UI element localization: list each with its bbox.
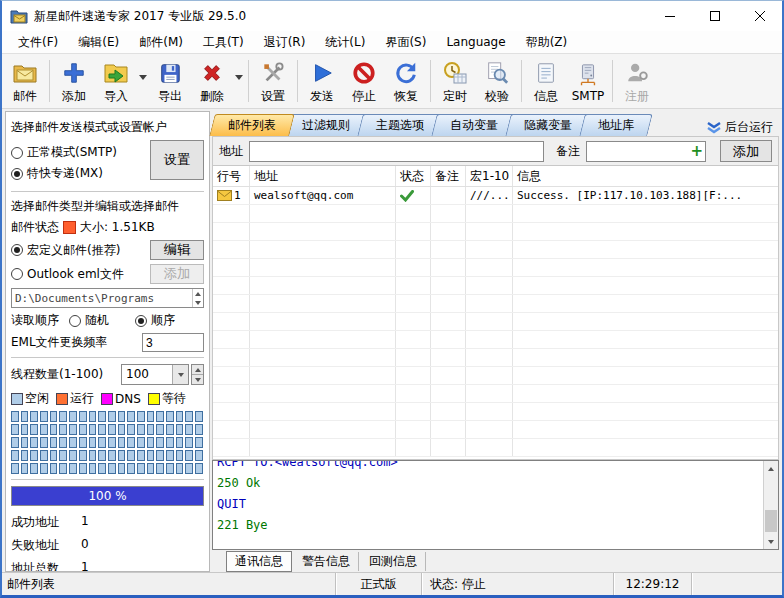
tab-auto-variables[interactable]: 自动变量: [434, 114, 514, 136]
eml-path-input[interactable]: [12, 292, 192, 305]
spinner-up[interactable]: [192, 365, 203, 375]
scroll-down-button[interactable]: [764, 534, 778, 549]
menu-tools[interactable]: 工具(T): [193, 31, 254, 54]
toolbar-resume-button[interactable]: 恢复: [385, 56, 427, 106]
toolbar-mail-button[interactable]: 邮件: [4, 56, 46, 106]
settings-button[interactable]: 设置: [150, 140, 204, 180]
toolbar-export-button[interactable]: 导出: [149, 56, 191, 106]
menu-edit[interactable]: 编辑(E): [68, 31, 129, 54]
radio-sequential[interactable]: [135, 315, 147, 327]
table-row[interactable]: [213, 385, 778, 403]
menu-statistics[interactable]: 统计(L): [315, 31, 375, 54]
add-address-button[interactable]: 添加: [720, 140, 772, 162]
toolbar-schedule-button[interactable]: 定时: [434, 56, 476, 106]
col-status[interactable]: 状态: [396, 166, 431, 186]
menu-unsubscribe[interactable]: 退订(R): [254, 31, 316, 54]
radio-macro-mail-row: 宏定义邮件(推荐) 编辑: [11, 240, 204, 260]
app-icon: [10, 8, 28, 24]
menu-file[interactable]: 文件(F): [8, 31, 68, 54]
col-macro[interactable]: 宏1-10: [466, 166, 513, 186]
toolbar-delete-button[interactable]: 删除: [191, 56, 233, 106]
thread-cell: [137, 411, 145, 422]
table-row[interactable]: [213, 349, 778, 367]
tab-subject-options[interactable]: 主题选项: [360, 114, 440, 136]
table-row[interactable]: [213, 205, 778, 223]
toolbar-smtp-button[interactable]: SMTP: [567, 56, 609, 106]
table-body: 1 wealsoft@qq.com ///... Success. [IP:11…: [213, 187, 778, 457]
scroll-track[interactable]: [764, 476, 778, 534]
table-row[interactable]: [213, 403, 778, 421]
thread-cell: [185, 463, 193, 474]
menu-language[interactable]: Language: [436, 32, 515, 52]
table-row[interactable]: [213, 367, 778, 385]
edit-button[interactable]: 编辑: [150, 240, 204, 260]
table-row[interactable]: [213, 331, 778, 349]
toolbar-import-button[interactable]: 导入: [95, 56, 137, 106]
table-row[interactable]: [213, 259, 778, 277]
toolbar-stop-button[interactable]: 停止: [343, 56, 385, 106]
radio-icon[interactable]: [11, 268, 23, 280]
mail-type-label: 选择邮件类型并编辑或选择邮件: [11, 198, 204, 215]
table-row[interactable]: [213, 223, 778, 241]
col-note[interactable]: 备注: [431, 166, 466, 186]
tab-filter-rules[interactable]: 过滤规则: [286, 114, 366, 136]
plus-icon[interactable]: +: [690, 142, 703, 161]
radio-smtp-mode[interactable]: 正常模式(SMTP): [11, 144, 150, 161]
failed-count-value: 0: [81, 537, 89, 554]
path-spinner[interactable]: [192, 289, 203, 307]
thread-cell: [185, 450, 193, 461]
toolbar-send-button[interactable]: 发送: [301, 56, 343, 106]
table-row[interactable]: [213, 295, 778, 313]
background-run-button[interactable]: 后台运行: [707, 119, 779, 136]
toolbar-verify-button[interactable]: 校验: [476, 56, 518, 106]
radio-mx-mode[interactable]: 特快专递(MX): [11, 165, 150, 182]
toolbar-add-button[interactable]: 添加: [53, 56, 95, 106]
thread-count-spinner[interactable]: [191, 364, 204, 385]
address-input[interactable]: [249, 141, 544, 162]
title-bar[interactable]: 新星邮件速递专家 2017 专业版 29.5.0: [2, 1, 782, 31]
thread-cell: [166, 411, 174, 422]
menu-mail[interactable]: 邮件(M): [129, 31, 193, 54]
table-row[interactable]: [213, 421, 778, 439]
thread-count-combo[interactable]: 100: [121, 364, 189, 385]
table-row[interactable]: [213, 241, 778, 259]
col-info[interactable]: 信息: [513, 166, 778, 186]
import-dropdown-arrow[interactable]: [137, 56, 149, 106]
radio-checked-icon: [11, 168, 23, 180]
col-row-number[interactable]: 行号: [213, 166, 250, 186]
tab-address-library[interactable]: 地址库: [582, 114, 650, 136]
tab-communication-info[interactable]: 通讯信息: [226, 551, 292, 572]
maximize-button[interactable]: [692, 1, 737, 31]
toolbar-register-button: 注册: [616, 56, 658, 106]
radio-checked-icon[interactable]: [11, 244, 23, 256]
status-bar: 邮件列表 正式版 状态: 停止 12:29:12: [2, 572, 782, 595]
delete-dropdown-arrow[interactable]: [233, 56, 245, 106]
toolbar-settings-button[interactable]: 设置: [252, 56, 294, 106]
thread-cell: [176, 463, 184, 474]
tab-mail-list[interactable]: 邮件列表: [212, 114, 292, 136]
scroll-up-button[interactable]: [764, 461, 778, 476]
scroll-thumb[interactable]: [765, 510, 777, 532]
spinner-down[interactable]: [192, 375, 203, 384]
combo-dropdown-button[interactable]: [172, 365, 188, 384]
tab-warning-info[interactable]: 警告信息: [294, 552, 359, 571]
table-row[interactable]: [213, 277, 778, 295]
log-scrollbar[interactable]: [763, 461, 778, 549]
eml-freq-input[interactable]: [142, 333, 204, 352]
tab-feedback-info[interactable]: 回测信息: [361, 552, 426, 571]
menu-help[interactable]: 帮助(Z): [516, 31, 578, 54]
note-input[interactable]: [586, 141, 706, 162]
tab-hidden-variables[interactable]: 隐藏变量: [508, 114, 588, 136]
legend-waiting-swatch: [148, 393, 160, 405]
radio-random[interactable]: [69, 315, 81, 327]
close-button[interactable]: [737, 1, 782, 31]
table-row[interactable]: [213, 439, 778, 457]
col-address[interactable]: 地址: [250, 166, 396, 186]
minimize-button[interactable]: [647, 1, 692, 31]
toolbar-info-button[interactable]: 信息: [525, 56, 567, 106]
table-row[interactable]: [213, 313, 778, 331]
thread-cell: [137, 424, 145, 435]
table-row[interactable]: 1 wealsoft@qq.com ///... Success. [IP:11…: [213, 187, 778, 205]
thread-cell: [79, 437, 87, 448]
menu-interface[interactable]: 界面(S): [375, 31, 436, 54]
